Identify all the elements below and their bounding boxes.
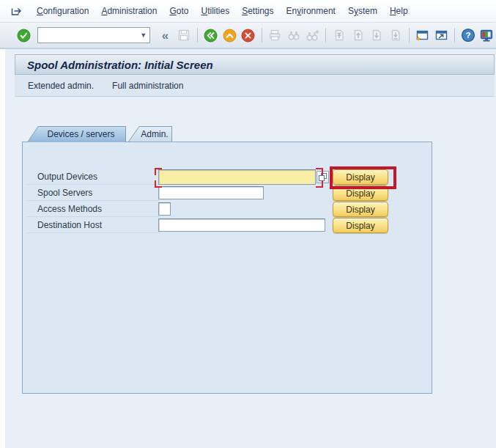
menu-bar: Configuration Administration Goto Utilit… bbox=[0, 0, 496, 23]
output-devices-input[interactable] bbox=[158, 169, 316, 185]
cancel-icon[interactable] bbox=[240, 26, 257, 45]
page-title: Spool Administration: Initial Screen bbox=[27, 59, 213, 71]
toolbar-separator bbox=[262, 28, 262, 43]
full-administration-button[interactable]: Full administration bbox=[105, 78, 190, 94]
menu-system[interactable]: System bbox=[343, 4, 382, 18]
last-page-icon[interactable] bbox=[387, 26, 404, 45]
menu-administration[interactable]: Administration bbox=[96, 4, 162, 18]
exit-icon[interactable] bbox=[221, 26, 238, 45]
find-next-icon[interactable] bbox=[304, 26, 322, 45]
new-session-icon[interactable] bbox=[414, 26, 432, 45]
output-devices-label: Output Devices bbox=[27, 169, 160, 185]
help-icon[interactable]: ? bbox=[459, 26, 477, 45]
spool-servers-label: Spool Servers bbox=[27, 185, 160, 201]
menu-settings[interactable]: Settings bbox=[237, 4, 278, 18]
toolbar-separator bbox=[454, 28, 455, 43]
command-input[interactable] bbox=[38, 28, 138, 43]
collapse-icon[interactable]: « bbox=[157, 26, 174, 45]
toolbar-separator bbox=[409, 28, 410, 43]
display-output-devices-button[interactable]: Display bbox=[333, 169, 388, 185]
devices-servers-panel: Output Devices Spool Servers Access Meth… bbox=[22, 142, 432, 394]
shortcut-icon[interactable] bbox=[432, 26, 450, 45]
tab-admin[interactable]: Admin. bbox=[128, 126, 172, 142]
toolbar-separator bbox=[197, 28, 198, 43]
customize-layout-icon[interactable] bbox=[478, 26, 495, 45]
menu-goto[interactable]: Goto bbox=[164, 4, 193, 18]
access-methods-label: Access Methods bbox=[27, 201, 160, 217]
destination-host-input[interactable] bbox=[158, 219, 325, 232]
tab-label: Devices / servers bbox=[27, 126, 126, 142]
print-icon[interactable] bbox=[267, 26, 284, 45]
back-icon[interactable] bbox=[202, 26, 220, 45]
display-access-methods-button[interactable]: Display bbox=[333, 202, 388, 217]
multiple-selection-icon[interactable] bbox=[317, 171, 329, 183]
toolbar-separator bbox=[325, 28, 326, 43]
menu-configuration[interactable]: Configuration bbox=[32, 4, 94, 18]
menu-exit-icon[interactable] bbox=[10, 5, 23, 17]
save-icon[interactable] bbox=[175, 26, 193, 45]
screen-area: Spool Administration: Initial Screen Ext… bbox=[5, 49, 496, 448]
destination-host-label: Destination Host bbox=[27, 217, 160, 233]
svg-text:?: ? bbox=[465, 31, 470, 40]
menu-environment[interactable]: Environment bbox=[281, 4, 341, 18]
chevron-down-icon[interactable]: ▼ bbox=[138, 32, 149, 39]
sap-gui-window: Configuration Administration Goto Utilit… bbox=[0, 0, 496, 448]
first-page-icon[interactable] bbox=[330, 26, 348, 45]
spool-servers-input[interactable] bbox=[158, 186, 264, 199]
menu-help[interactable]: Help bbox=[385, 4, 413, 18]
display-destination-host-button[interactable]: Display bbox=[333, 218, 388, 233]
tab-devices-servers[interactable]: Devices / servers bbox=[27, 126, 126, 142]
standard-toolbar: ▼ « bbox=[0, 23, 496, 49]
tab-label: Admin. bbox=[128, 126, 172, 142]
extended-admin-button[interactable]: Extended admin. bbox=[21, 78, 101, 94]
display-spool-servers-button[interactable]: Display bbox=[333, 186, 388, 201]
menu-utilities[interactable]: Utilities bbox=[196, 4, 234, 18]
access-methods-input[interactable] bbox=[158, 202, 171, 216]
enter-icon[interactable] bbox=[15, 26, 33, 45]
page-down-icon[interactable] bbox=[369, 26, 386, 45]
title-bar: Spool Administration: Initial Screen bbox=[15, 54, 495, 75]
find-icon[interactable] bbox=[285, 26, 303, 45]
application-toolbar: Extended admin. Full administration bbox=[15, 75, 495, 97]
command-field[interactable]: ▼ bbox=[37, 27, 150, 43]
page-up-icon[interactable] bbox=[349, 26, 367, 45]
